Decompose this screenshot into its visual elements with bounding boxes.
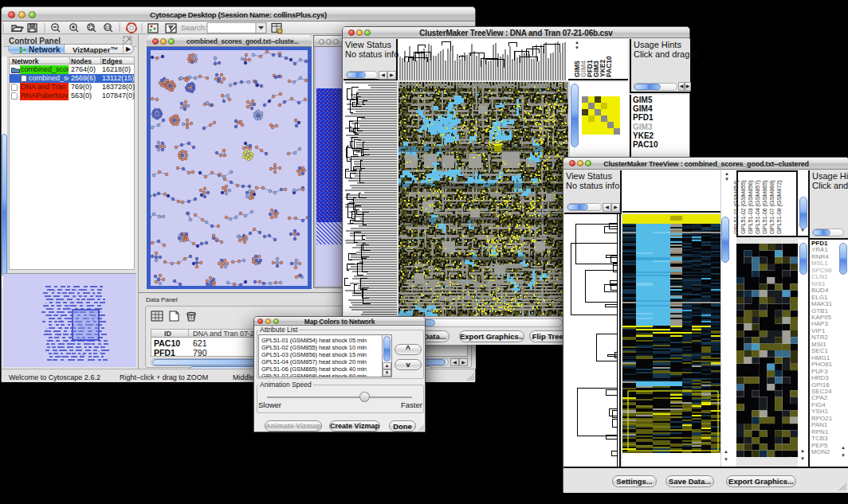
svg-text:Search:: Search: [181, 23, 207, 32]
svg-text:1:1: 1:1 [104, 25, 110, 29]
